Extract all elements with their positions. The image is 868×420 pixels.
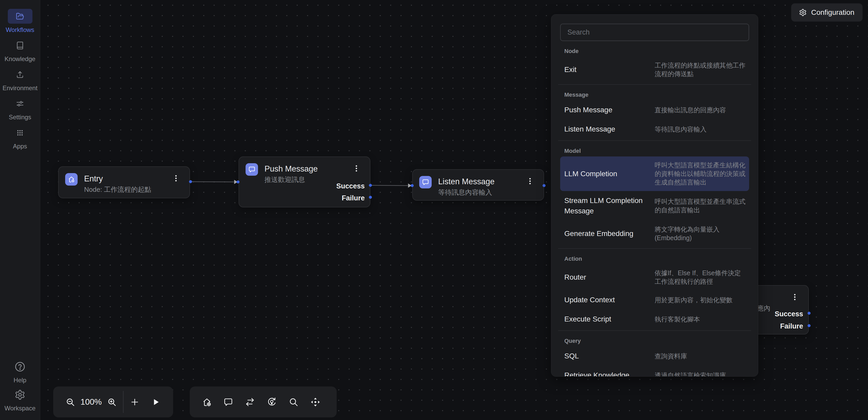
node-push-message[interactable]: Push Message 推送歡迎訊息 Success Failure (239, 157, 370, 207)
sidebar-item-label: Environment (3, 84, 38, 92)
node-palette-panel: Node Exit 工作流程的終點或接續其他工作流程的傳送點 Message P… (551, 14, 758, 376)
house-plus-icon (67, 175, 75, 183)
tools-toolbar (190, 387, 337, 417)
output-port-label-success: Success (336, 182, 365, 190)
output-port-label-failure: Failure (780, 322, 803, 330)
palette-item-desc: 透過自然語言檢索知識庫 (655, 371, 747, 377)
kebab-menu-icon[interactable] (526, 177, 534, 185)
sidebar-item-help[interactable]: Help (0, 359, 40, 384)
search-canvas-button[interactable] (286, 387, 301, 417)
push-node-icon-badge (246, 163, 258, 176)
move-tool-button[interactable] (308, 387, 323, 417)
palette-item-name: SQL (564, 351, 650, 361)
palette-item-generate-embedding[interactable]: Generate Embedding 將文字轉化為向量嵌入 (Embedding… (560, 221, 749, 247)
lightbulb-cycle-icon (267, 397, 277, 407)
sidebar-item-label: Workflows (6, 26, 34, 34)
node-entry[interactable]: Entry Node: 工作流程的起點 (58, 166, 190, 198)
divider (558, 84, 751, 85)
sidebar-item-label: Help (13, 376, 26, 384)
folder-icon (16, 12, 24, 21)
node-listen-message[interactable]: Listen Message 等待訊息內容輸入 (412, 169, 544, 201)
book-icon (16, 41, 24, 50)
configuration-button[interactable]: Configuration (791, 3, 863, 22)
play-icon (151, 397, 160, 407)
help-circle-icon (14, 361, 26, 372)
palette-item-desc: 工作流程的終點或接續其他工作流程的傳送點 (655, 61, 747, 78)
palette-item-name: Listen Message (564, 124, 650, 134)
sidebar-item-label: Apps (13, 142, 27, 150)
zoom-out-button[interactable] (63, 387, 78, 417)
palette-item-update-context[interactable]: Update Context 用於更新內容，初始化變數 (560, 290, 749, 310)
toolbar-divider (123, 391, 124, 413)
sidebar: Workflows Knowledge Environment Settings… (0, 0, 40, 420)
palette-item-desc: 查詢資料庫 (655, 352, 747, 361)
palette-item-name: Exit (564, 64, 650, 75)
sidebar-item-settings[interactable]: Settings (0, 96, 40, 121)
add-message-node-button[interactable] (221, 387, 236, 417)
add-node-button[interactable] (127, 387, 142, 417)
gear-icon (799, 8, 807, 17)
palette-item-desc: 將文字轉化為向量嵌入 (Embedding) (655, 225, 747, 242)
palette-section-header: Query (564, 337, 745, 345)
divider (558, 248, 751, 249)
sidebar-item-apps[interactable]: Apps (0, 125, 40, 150)
listen-node-icon-badge (419, 176, 432, 189)
node-title: Listen Message (438, 177, 494, 187)
search-input[interactable] (560, 24, 749, 41)
arrow-left-right-icon (245, 397, 255, 407)
move-icon (310, 397, 320, 407)
palette-item-retrieve-knowledge[interactable]: Retrieve Knowledge 透過自然語言檢索知識庫 (560, 366, 749, 376)
palette-section-header: Action (564, 255, 745, 263)
palette-item-push-message[interactable]: Push Message 直接輸出訊息的回應內容 (560, 100, 749, 119)
chat-bubble-icon (248, 166, 256, 173)
workflows-tile (8, 9, 32, 24)
palette-item-exit[interactable]: Exit 工作流程的終點或接續其他工作流程的傳送點 (560, 57, 749, 83)
chat-bubble-icon (223, 397, 234, 407)
output-port-label-failure: Failure (342, 194, 365, 202)
divider (558, 140, 751, 141)
palette-item-desc: 依據If、Else If、Else條件決定工作流程執行的路徑 (655, 269, 747, 286)
sidebar-item-workflows[interactable]: Workflows (0, 9, 40, 34)
sidebar-item-knowledge[interactable]: Knowledge (0, 38, 40, 63)
run-workflow-button[interactable] (149, 387, 163, 417)
palette-item-name: LLM Completion (564, 169, 650, 179)
sidebar-item-label: Knowledge (5, 55, 36, 63)
palette-item-desc: 執行客製化腳本 (655, 315, 747, 324)
chat-bubble-icon (422, 178, 429, 186)
kebab-menu-icon[interactable] (353, 164, 360, 173)
sidebar-item-label: Workspace (4, 404, 36, 412)
palette-item-name: Push Message (564, 105, 650, 115)
sliders-icon (16, 100, 24, 108)
zoom-out-icon (65, 397, 75, 407)
add-entry-node-button[interactable] (199, 387, 214, 417)
palette-item-name: Retrieve Knowledge (564, 370, 650, 376)
palette-item-router[interactable]: Router 依據If、Else If、Else條件決定工作流程執行的路徑 (560, 264, 749, 290)
node-title: Entry (84, 174, 103, 184)
sidebar-item-environment[interactable]: Environment (0, 67, 40, 92)
palette-item-desc: 呼叫大型語言模型並產生串流式的自然語言輸出 (655, 197, 747, 215)
zoom-in-button[interactable] (104, 387, 119, 417)
palette-item-llm-completion[interactable]: LLM Completion 呼叫大型語言模型並產生結構化的資料輸出以輔助流程的… (560, 157, 749, 191)
plus-icon (130, 397, 140, 407)
grid-icon (16, 129, 24, 137)
node-subtitle: Node: 工作流程的起點 (84, 185, 151, 194)
auto-improve-button[interactable] (265, 387, 279, 417)
palette-item-execute-script[interactable]: Execute Script 執行客製化腳本 (560, 310, 749, 329)
house-plus-icon (202, 397, 212, 407)
entry-node-icon-badge (65, 173, 78, 186)
palette-item-stream-llm-completion-message[interactable]: Stream LLM Completion Message 呼叫大型語言模型並產… (560, 191, 749, 221)
palette-item-desc: 等待訊息內容輸入 (655, 125, 747, 134)
kebab-menu-icon[interactable] (791, 293, 799, 301)
search-icon (288, 397, 299, 407)
node-subtitle: 等待訊息內容輸入 (438, 188, 492, 197)
palette-item-name: Stream LLM Completion Message (564, 195, 650, 216)
palette-item-listen-message[interactable]: Listen Message 等待訊息內容輸入 (560, 119, 749, 139)
upload-icon (16, 71, 24, 79)
palette-item-sql[interactable]: SQL 查詢資料庫 (560, 346, 749, 366)
swap-connection-button[interactable] (243, 387, 257, 417)
kebab-menu-icon[interactable] (173, 174, 180, 183)
palette-section-header: Message (564, 91, 745, 99)
palette-item-name: Update Context (564, 295, 650, 305)
sidebar-item-workspace[interactable]: Workspace (0, 387, 40, 412)
sidebar-item-label: Settings (9, 113, 31, 121)
